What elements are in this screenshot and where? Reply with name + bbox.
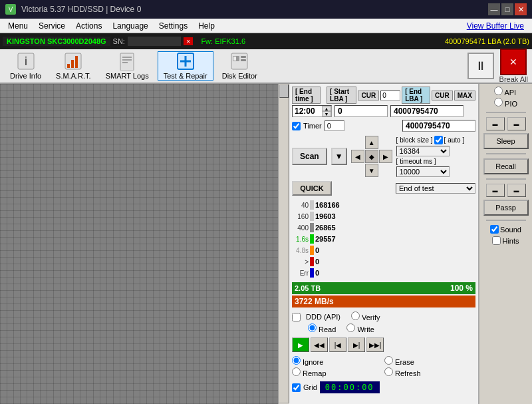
small-btn-2[interactable]: ▬ <box>507 117 526 130</box>
dir-empty-br <box>379 164 392 177</box>
time-down-button[interactable]: ▼ <box>322 111 331 116</box>
scan-container: ▼ <box>0 84 289 404</box>
view-buffer-link[interactable]: View Buffer Live <box>462 20 529 32</box>
menu-menu[interactable]: Menu <box>3 20 33 32</box>
stat-value-5: 0 <box>315 258 342 266</box>
smart-button[interactable]: S.M.A.R.T. <box>50 51 97 81</box>
smart-logs-label: SMART Logs <box>106 72 149 80</box>
api-radio[interactable] <box>494 87 503 95</box>
grid-checkbox[interactable] <box>292 383 301 392</box>
direction-pad: ▲ ◀ ◆ ▶ ▼ <box>351 136 392 177</box>
end-of-test-select[interactable]: End of test <box>396 183 475 194</box>
timer-checkbox[interactable] <box>292 122 301 130</box>
block-size-select[interactable]: 16384 <box>396 146 450 156</box>
progress-section: 2.05 TB 100 % 3722 MB/s <box>292 282 475 307</box>
small-btn-4[interactable]: ▬ <box>507 184 526 197</box>
timeout-select[interactable]: 10000 <box>396 166 450 177</box>
hints-checkbox[interactable] <box>492 236 501 245</box>
icon-row-1: ▬ ▬ <box>486 117 526 130</box>
end-lba-input-bottom[interactable] <box>402 120 475 132</box>
pause-button[interactable]: ⏸ <box>467 53 494 79</box>
auto-checkbox[interactable] <box>434 136 443 144</box>
step-forward-button[interactable]: ▶| <box>348 337 365 352</box>
small-btn-1[interactable]: ▬ <box>486 117 505 130</box>
recall-button[interactable]: Recall <box>483 158 529 174</box>
stat-color-6 <box>310 268 314 278</box>
dir-center-button[interactable]: ◆ <box>365 150 378 163</box>
sound-checkbox[interactable] <box>490 225 499 234</box>
test-repair-icon <box>176 52 195 71</box>
divider-1 <box>486 112 526 113</box>
test-repair-button[interactable]: Test & Repair <box>158 51 213 81</box>
smart-logs-button[interactable]: SMART Logs <box>100 51 155 81</box>
menu-help[interactable]: Help <box>193 20 220 32</box>
scroll-thumb[interactable] <box>279 85 289 98</box>
menu-actions[interactable]: Actions <box>70 20 107 32</box>
step-back-button[interactable]: |◀ <box>329 337 346 352</box>
sn-clear-button[interactable]: × <box>184 37 193 45</box>
end-lba-input-top[interactable] <box>390 105 464 117</box>
drive-info-button[interactable]: i Drive Info <box>4 51 47 81</box>
read-radio[interactable] <box>308 323 317 332</box>
close-button[interactable]: ✕ <box>515 3 527 15</box>
sn-value <box>128 37 181 46</box>
fast-forward-button[interactable]: ▶▶| <box>366 337 384 352</box>
dir-left-button[interactable]: ◀ <box>351 150 364 163</box>
svg-rect-16 <box>241 56 246 58</box>
dir-up-button[interactable]: ▲ <box>365 136 378 149</box>
transport-section: ▶ ◀◀ |◀ ▶| ▶▶| <box>292 337 475 352</box>
svg-rect-17 <box>241 59 246 61</box>
verify-radio[interactable] <box>351 311 360 320</box>
passp-button[interactable]: Passp <box>483 200 529 216</box>
write-radio[interactable] <box>346 323 355 332</box>
sound-label: Sound <box>500 226 521 234</box>
timer-value-input[interactable] <box>325 120 344 131</box>
menu-service[interactable]: Service <box>33 20 70 32</box>
pause-icon: ⏸ <box>475 59 487 73</box>
start-lba-input[interactable] <box>334 105 388 117</box>
drive-bar: KINGSTON SKC3000D2048G SN: × Fw: EIFK31.… <box>0 33 532 49</box>
stat-row-3: 1.6s 29557 <box>292 234 475 244</box>
play-button[interactable]: ▶ <box>292 337 309 352</box>
cur-input[interactable] <box>380 91 400 101</box>
scan-scrollbar[interactable]: ▼ <box>278 84 289 404</box>
ddd-checkbox[interactable] <box>292 313 301 321</box>
erase-radio[interactable] <box>384 356 393 365</box>
pio-radio[interactable] <box>494 98 503 106</box>
progress-value: 2.05 TB <box>295 284 450 292</box>
quick-button[interactable]: QUICK <box>292 181 332 196</box>
scan-button[interactable]: Scan <box>292 148 327 165</box>
app-icon: V <box>5 4 16 15</box>
menu-settings[interactable]: Settings <box>154 20 193 32</box>
action-section: Ignore Erase Remap Refresh <box>292 356 475 377</box>
lba-info: 4000795471 LBA (2.0 TB) <box>445 37 529 45</box>
break-all-button[interactable]: ✕ <box>500 49 527 75</box>
menu-language[interactable]: Language <box>107 20 153 32</box>
ignore-radio[interactable] <box>292 356 301 365</box>
dir-right-button[interactable]: ▶ <box>379 150 392 163</box>
content-area: ▼ [ End time ] [ Start LBA ] CUR [ End L… <box>0 84 532 404</box>
hints-label: Hints <box>502 237 519 245</box>
minimize-button[interactable]: — <box>488 3 500 15</box>
pio-option: PIO <box>494 98 517 108</box>
rewind-button[interactable]: ◀◀ <box>311 337 328 352</box>
refresh-radio[interactable] <box>384 367 393 376</box>
read-label: Read <box>308 323 336 333</box>
remap-radio[interactable] <box>292 367 301 376</box>
sleep-button[interactable]: Sleep <box>483 133 529 149</box>
time-input[interactable] <box>293 106 322 116</box>
stat-color-0 <box>310 200 314 210</box>
ddd-row: DDD (API) Verify <box>292 311 475 322</box>
disk-editor-button[interactable]: Disk Editor <box>216 51 263 81</box>
dir-down-button[interactable]: ▼ <box>365 164 378 177</box>
scan-dropdown-button[interactable]: ▼ <box>331 148 347 165</box>
maximize-button[interactable]: □ <box>501 3 513 15</box>
dir-empty-tr <box>379 136 392 149</box>
verify-radio-group: Verify <box>351 311 380 322</box>
stat-row-0: 40 168166 <box>292 200 475 210</box>
time-up-button[interactable]: ▲ <box>322 106 331 111</box>
small-btn-3[interactable]: ▬ <box>486 184 505 197</box>
hints-row: Hints <box>492 236 519 245</box>
stat-row-2: 400 26865 <box>292 222 475 233</box>
title-bar: V Victoria 5.37 HDD/SSD | Device 0 — □ ✕ <box>0 0 532 19</box>
